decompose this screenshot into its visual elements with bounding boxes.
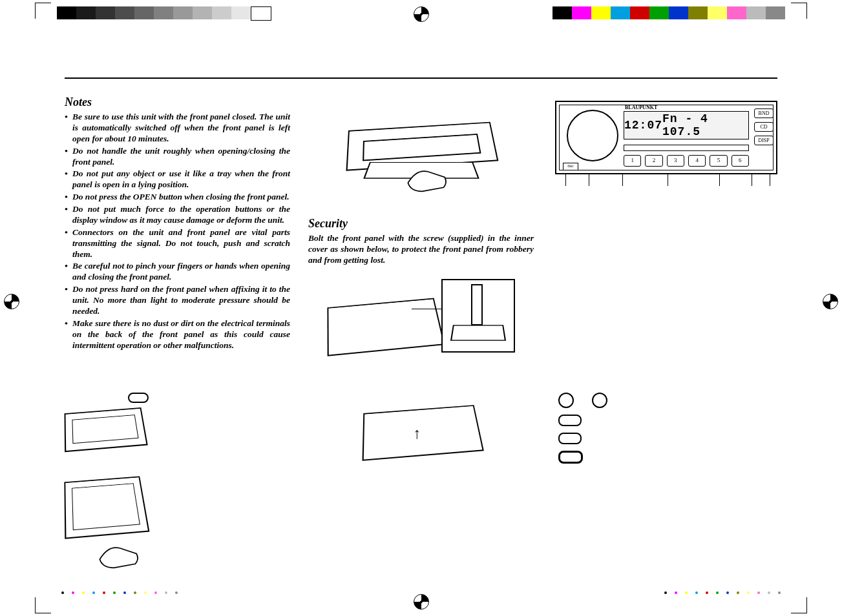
- registration-target-icon: [4, 294, 19, 309]
- lcd-display: 12:07 Fn - 4 107.5: [624, 111, 749, 139]
- lcd-clock: 12:07: [624, 119, 662, 132]
- notes-item: Do not handle the unit roughly when open…: [65, 146, 290, 168]
- crop-mark: [791, 3, 807, 19]
- radio-column: BLAUPUNKT 12:07 Fn - 4 107.5 123456 BNDC…: [552, 96, 777, 369]
- notes-column: Notes Be sure to use this unit with the …: [65, 96, 290, 369]
- figure-screw-panel: [308, 272, 534, 369]
- header-rule: [65, 77, 777, 79]
- preset-button: 1: [624, 155, 641, 167]
- ink-dots: [61, 591, 178, 604]
- figure-panel-front: ↑: [357, 393, 486, 470]
- side-button: DISP: [754, 136, 774, 145]
- knob-icon: [592, 393, 607, 408]
- notes-item: Be sure to use this unit with the front …: [65, 112, 290, 145]
- hand-icon: [405, 166, 450, 194]
- hand-icon: [97, 542, 142, 571]
- knob-icon: [558, 393, 574, 408]
- crop-mark: [35, 3, 51, 19]
- notes-item: Connectors on the unit and front panel a…: [65, 227, 290, 260]
- crop-mark: [791, 597, 807, 613]
- notes-heading: Notes: [65, 96, 290, 109]
- notes-item: Do not press the OPEN button when closin…: [65, 192, 290, 203]
- preset-buttons: 123456: [624, 155, 749, 167]
- notes-item: Do not put any object or use it like a t…: [65, 169, 290, 190]
- disc-logo-icon: disc: [563, 163, 578, 170]
- side-buttons: BNDCDDISP: [754, 108, 774, 145]
- preset-button: 3: [667, 155, 684, 167]
- notes-item: Do not press hard on the front panel whe…: [65, 284, 290, 317]
- registration-target-icon: [414, 594, 429, 610]
- ink-dots: [664, 591, 781, 604]
- notes-item: Be careful not to pinch your fingers or …: [65, 261, 290, 283]
- security-heading: Security: [308, 217, 534, 231]
- preset-button: 4: [688, 155, 706, 167]
- volume-dial-icon: [567, 110, 618, 161]
- greyscale-bar: [57, 6, 271, 19]
- notes-item: Make sure there is no dust or dirt on th…: [65, 318, 290, 351]
- colour-bar: [553, 6, 785, 19]
- figure-panel-corner: [65, 393, 149, 449]
- security-text: Bolt the front panel with the screw (sup…: [308, 233, 534, 266]
- callout-lines: [558, 174, 777, 194]
- figure-panel-attach: [65, 475, 149, 567]
- notes-item: Do not put much force to the operation b…: [65, 204, 290, 226]
- registration-target-icon: [823, 294, 838, 309]
- preset-button: 2: [645, 155, 662, 167]
- lower-figures: ↑: [65, 393, 777, 567]
- cd-slot-icon: [624, 145, 749, 151]
- lcd-line: Fn - 4 107.5: [662, 112, 748, 138]
- side-button: CD: [754, 122, 774, 132]
- radio-head-unit: BLAUPUNKT 12:07 Fn - 4 107.5 123456 BNDC…: [555, 101, 777, 174]
- arrow-up-icon: ↑: [414, 425, 421, 442]
- figure-open-panel: [308, 96, 534, 205]
- crop-mark: [35, 597, 51, 613]
- figure-knobs: [558, 393, 777, 464]
- registration-target-icon: [414, 6, 429, 22]
- preset-button: 6: [731, 155, 749, 167]
- preset-button: 5: [710, 155, 727, 167]
- page-content: Notes Be sure to use this unit with the …: [65, 77, 777, 566]
- notes-list: Be sure to use this unit with the front …: [65, 112, 290, 351]
- brand-label: BLAUPUNKT: [625, 105, 657, 110]
- security-column: Security Bolt the front panel with the s…: [308, 96, 534, 369]
- side-button: BND: [754, 108, 774, 118]
